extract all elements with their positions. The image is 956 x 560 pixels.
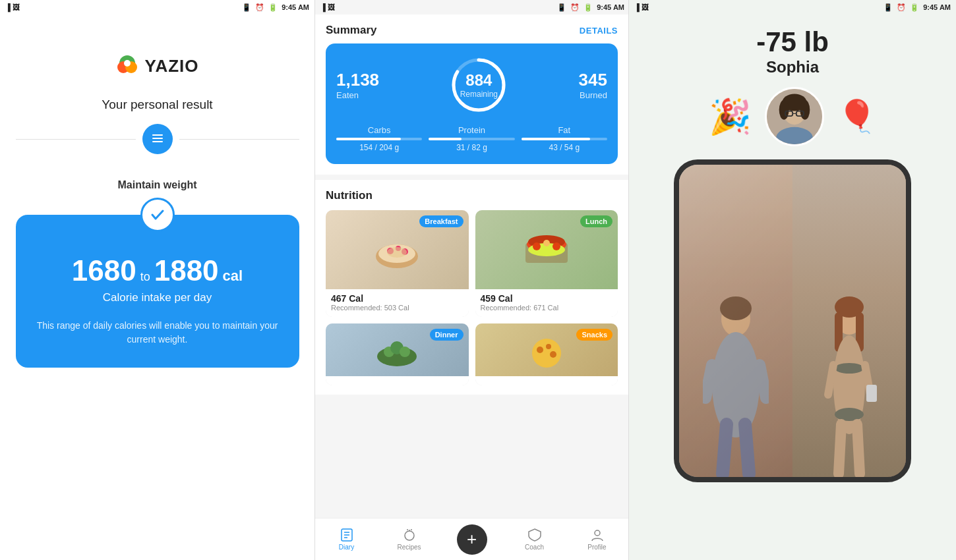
svg-point-15 [387,247,407,258]
status-bar-3: ▐ 🖼 📱 ⏰ 🔋 9:45 AM [629,0,956,14]
svg-line-53 [760,365,766,398]
person-name: Sophia [756,58,829,76]
protein-name: Protein [458,125,485,135]
list-icon [150,132,165,146]
nav-add[interactable]: + [440,524,503,555]
calorie-subtitle: Calorie intake per day [103,291,212,304]
summary-header: Summary DETAILS [326,24,618,37]
svg-rect-65 [866,385,877,402]
bottom-nav: Diary Recipes + Coach Profile [315,518,628,560]
breakfast-cal: 467 Cal [331,293,463,304]
protein-macro: Protein 31 / 82 g [429,125,514,152]
status-time-1: 9:45 AM [282,3,309,11]
fat-name: Fat [558,125,570,135]
add-button[interactable]: + [457,524,487,555]
svg-point-20 [533,242,541,250]
snacks-icon [520,327,573,373]
logo-area: YAZIO [115,54,198,78]
nav-diary[interactable]: Diary [315,528,378,551]
weight-loss-text: -75 lb [756,26,829,58]
food-item-snacks[interactable]: Snacks [475,323,618,385]
calorie-range: 1680 to 1880 cal [72,254,243,287]
carbs-macro: Carbs 154 / 204 g [336,125,422,152]
battery-icon-2: 🔋 [583,3,593,12]
calorie-description: This range of daily calories will enable… [34,319,281,347]
signal-bars-icon-2: ▐ [320,3,326,11]
recipes-label: Recipes [397,544,421,551]
recipes-icon [402,528,417,542]
nav-coach[interactable]: Coach [503,528,566,551]
divider-with-icon [16,124,299,154]
phone-icon: 📱 [242,3,251,12]
after-person-svg [816,293,882,477]
eaten-stat: 1,138 Eaten [336,70,379,100]
fat-macro: Fat 43 / 54 g [522,125,607,152]
burned-stat: 345 Burned [579,70,607,100]
protein-bar-fill [429,138,462,140]
snacks-info [475,376,618,385]
remaining-circle: 884 Remaining [449,55,508,115]
svg-point-35 [405,531,414,540]
dinner-icon [371,327,423,373]
remaining-center-content: 884 Remaining [460,71,498,99]
summary-section: Summary DETAILS 1,138 Eaten [315,14,628,175]
carbs-value: 154 / 204 g [359,143,399,152]
balloons-icon: 🎈 [837,98,877,135]
svg-line-52 [705,365,712,398]
svg-point-43 [779,100,789,120]
signal-bars-icon: ▐ [5,3,11,11]
nav-recipes[interactable]: Recipes [378,528,440,551]
svg-point-27 [532,339,561,368]
diary-label: Diary [339,544,354,551]
svg-point-28 [537,347,543,353]
carbs-bar [336,138,422,140]
yazio-logo-icon [115,54,139,78]
calorie-to: to [140,270,150,284]
food-item-dinner[interactable]: Dinner [326,323,469,385]
coach-icon [527,528,542,542]
calorie-min: 1680 [72,254,136,287]
divider-line-right [179,139,299,140]
svg-point-22 [553,242,560,250]
carbs-name: Carbs [368,125,391,135]
checkmark-icon [149,206,166,223]
summary-title: Summary [326,24,376,37]
details-link[interactable]: DETAILS [580,26,618,36]
nutrition-section: Nutrition Bre [315,180,628,395]
before-person-svg [703,293,769,477]
nutrition-title: Nutrition [326,189,618,202]
transformation-container [679,165,906,477]
svg-rect-5 [152,138,163,139]
list-icon-circle [142,124,173,154]
breakfast-rec: Recommended: 503 Cal [331,304,463,312]
signal-area-3: ▐ 🖼 [634,3,649,11]
svg-rect-7 [152,134,155,136]
breakfast-icon [371,223,423,276]
food-item-breakfast[interactable]: Breakfast 467 Cal Recommended: 503 Cal [326,210,469,317]
snacks-badge: Snacks [576,329,612,341]
macro-row: Carbs 154 / 204 g Protein 31 / 82 g [336,125,607,152]
phone-icon-3: 📱 [883,3,893,12]
svg-point-51 [712,332,760,437]
diary-icon [340,528,354,542]
burned-value: 345 [579,70,607,90]
svg-point-62 [835,408,864,421]
avatar-svg [767,87,822,146]
remaining-value: 884 [465,71,492,90]
wifi-icon-3: 🖼 [642,3,649,11]
food-grid: Breakfast 467 Cal Recommended: 503 Cal [326,210,618,385]
summary-card: 1,138 Eaten 884 Remaining [326,43,618,164]
profile-icon [590,528,605,542]
status-bar-1: ▐ 🖼 📱 ⏰ 🔋 9:45 AM [0,0,314,14]
svg-point-30 [550,351,556,358]
calorie-unit: cal [223,267,243,285]
fat-bar-fill [522,138,590,140]
food-item-lunch[interactable]: Lunch 459 Cal Recommended: 671 Cal [475,210,618,317]
maintain-weight-label: Maintain weight [118,179,197,191]
svg-point-21 [543,240,550,246]
svg-line-67 [857,424,860,474]
svg-line-54 [723,424,727,474]
lunch-icon [520,223,573,276]
svg-line-66 [839,424,841,474]
nav-profile[interactable]: Profile [566,528,628,551]
